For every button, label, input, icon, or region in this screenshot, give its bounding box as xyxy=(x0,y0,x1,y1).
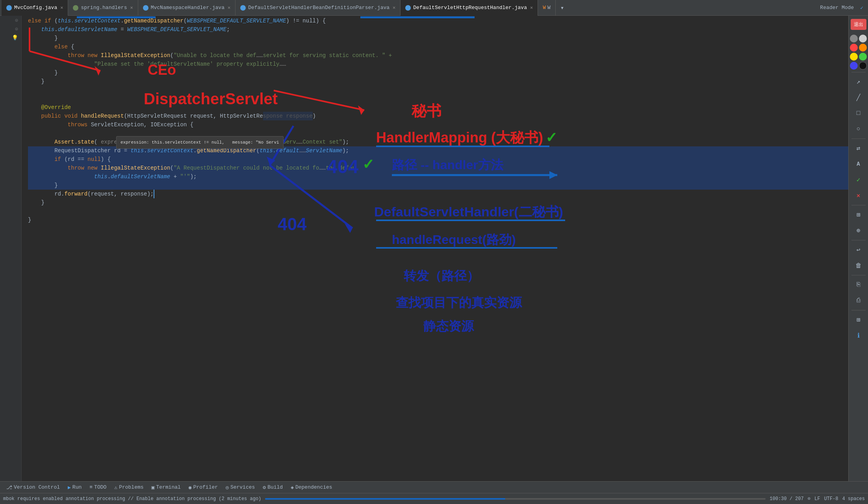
code-line-4: else { xyxy=(28,42,848,51)
code-line-8: } xyxy=(28,77,848,86)
info-tool[interactable]: ℹ xyxy=(851,329,866,343)
toolbar-build[interactable]: ⚙ Build xyxy=(260,484,286,491)
code-line-1: else if (this.servletContext.getNamedDis… xyxy=(28,17,848,25)
ln-20: 💡 xyxy=(12,34,18,42)
close-red[interactable]: ✕ xyxy=(851,188,866,203)
code-line-9 xyxy=(28,86,848,94)
tab-mvcconfig[interactable]: MvcConfig.java ✕ xyxy=(2,0,68,16)
status-position: 100:30 / 207 xyxy=(770,496,803,502)
code-line-5: throw new IllegalStateException("Unable … xyxy=(28,51,848,60)
terminal-label: Terminal xyxy=(156,484,180,490)
toolbar-dependencies[interactable]: ◈ Dependencies xyxy=(287,484,335,491)
color-lightgray[interactable] xyxy=(859,35,867,42)
run-icon: ▶ xyxy=(68,484,71,491)
tab-icon-mvcconfig xyxy=(6,5,12,11)
close-tab-mvc-ns[interactable]: ✕ xyxy=(228,5,230,11)
progress-fill xyxy=(265,498,505,500)
color-orange[interactable] xyxy=(859,44,867,52)
todo-icon: ≡ xyxy=(89,484,93,490)
tab-label-w: W xyxy=(547,5,551,11)
tab-w[interactable]: W W xyxy=(538,0,556,16)
resize-tool[interactable]: ⊞ xyxy=(851,208,866,222)
todo-label: TODO xyxy=(94,484,106,490)
text-tool[interactable]: A xyxy=(851,157,866,171)
progress-bar xyxy=(265,498,766,500)
status-line-ending: LF xyxy=(814,496,820,502)
color-red[interactable] xyxy=(850,44,858,52)
code-line-7: } xyxy=(28,68,848,77)
exit-label: 退出 xyxy=(854,21,863,28)
dependencies-icon: ◈ xyxy=(291,484,294,491)
right-sidebar: 退出 ↗ ╱ □ ○ ⇄ A ✓ ✕ ⊞ ⊕ ↩ 🗑 ⎘ xyxy=(848,16,868,481)
profiler-label: Profiler xyxy=(193,484,218,490)
close-tab-spring[interactable]: ✕ xyxy=(130,5,133,11)
arrow-tool[interactable]: ↗ xyxy=(851,75,866,89)
toolbar-problems[interactable]: ⚠ Problems xyxy=(111,484,147,491)
code-line-21: rd.forward(request, response); xyxy=(28,190,848,198)
close-tab-servlet[interactable]: ✕ xyxy=(530,5,533,11)
svg-text:handleRequest(路劲): handleRequest(路劲) xyxy=(392,233,516,247)
close-tab-bean[interactable]: ✕ xyxy=(393,5,395,11)
tab-icon-spring xyxy=(73,5,78,11)
color-palette xyxy=(850,35,867,70)
services-icon: ◎ xyxy=(226,484,229,491)
tab-label-bean: DefaultServletHandlerBeanDefinitionParse… xyxy=(248,5,389,11)
tab-spring-handlers[interactable]: spring.handlers ✕ xyxy=(68,0,138,16)
code-line-12: public void handleRequest(HttpServletReq… xyxy=(28,112,848,120)
delete-tool[interactable]: 🗑 xyxy=(851,258,866,273)
version-control-icon: ⎇ xyxy=(6,484,12,491)
code-line-2: this.defaultServletName = WEBSPHERE_DEFA… xyxy=(28,25,848,34)
status-encoding: UTF-8 xyxy=(824,496,838,502)
tool-sep-1 xyxy=(851,72,866,72)
tab-mvc-namespace[interactable]: MvcNamespaceHandler.java ✕ xyxy=(138,0,236,16)
color-yellow[interactable] xyxy=(850,53,858,61)
tool-sep-5 xyxy=(851,275,866,275)
copy-tool[interactable]: ⎘ xyxy=(851,278,866,292)
line-tool[interactable]: ╱ xyxy=(851,90,866,105)
code-line-17: if (rd == null) { xyxy=(28,155,848,164)
code-line-20: } xyxy=(28,181,848,190)
ln-11: ⊙ xyxy=(15,25,18,34)
toolbar-version-control[interactable]: ⎇ Version Control xyxy=(3,484,63,491)
exit-button[interactable]: 退出 xyxy=(851,19,866,30)
color-blue[interactable] xyxy=(850,62,858,70)
problems-icon: ⚠ xyxy=(114,484,117,491)
version-control-label: Version Control xyxy=(14,484,60,490)
ln-2: ⊙ xyxy=(15,17,18,25)
undo-button[interactable]: ↩ xyxy=(851,243,866,257)
rect-tool[interactable]: □ xyxy=(851,106,866,120)
close-tab-mvcconfig[interactable]: ✕ xyxy=(60,5,63,11)
status-circle: ⊙ xyxy=(808,496,811,502)
toolbar-run[interactable]: ▶ Run xyxy=(65,484,85,491)
color-green[interactable] xyxy=(859,53,867,61)
print-tool[interactable]: ⎙ xyxy=(851,294,866,308)
dependencies-label: Dependencies xyxy=(295,484,332,490)
code-editor[interactable]: else if (this.servletContext.getNamedDis… xyxy=(22,16,848,481)
status-bar: mbok requires enabled annotation process… xyxy=(0,493,868,504)
tab-bean-parser[interactable]: DefaultServletHandlerBeanDefinitionParse… xyxy=(236,0,401,16)
reader-mode-check: ✓ xyxy=(860,5,863,11)
tab-default-servlet[interactable]: DefaultServletHttpRequestHandler.java ✕ xyxy=(401,0,538,16)
zoom-tool[interactable]: ⊕ xyxy=(851,223,866,238)
toolbar-terminal[interactable]: ▣ Terminal xyxy=(148,484,184,491)
toolbar-services[interactable]: ◎ Services xyxy=(223,484,258,491)
check-green[interactable]: ✓ xyxy=(851,173,866,187)
tab-more-button[interactable]: ▾ xyxy=(557,4,568,12)
svg-text:静态资源: 静态资源 xyxy=(423,319,475,333)
undo-arrow-left[interactable]: ⇄ xyxy=(851,141,866,155)
tool-sep-2 xyxy=(851,138,866,139)
code-line-3: } xyxy=(28,34,848,42)
toolbar-profiler[interactable]: ◉ Profiler xyxy=(185,484,221,491)
svg-text:查找项目下的真实资源: 查找项目下的真实资源 xyxy=(395,295,523,310)
color-gray[interactable] xyxy=(850,35,858,42)
build-label: Build xyxy=(267,484,283,490)
tool-sep-3 xyxy=(851,205,866,205)
toolbar-todo[interactable]: ≡ TODO xyxy=(86,484,109,491)
ellipse-tool[interactable]: ○ xyxy=(851,122,866,136)
tab-icon-mvc-ns xyxy=(143,5,148,11)
terminal-icon: ▣ xyxy=(152,484,155,491)
color-black[interactable] xyxy=(859,62,867,70)
code-line-11: @Override xyxy=(28,103,848,112)
tool-sep-4 xyxy=(851,240,866,240)
grid-view-tool[interactable]: ⊞ xyxy=(851,313,866,327)
